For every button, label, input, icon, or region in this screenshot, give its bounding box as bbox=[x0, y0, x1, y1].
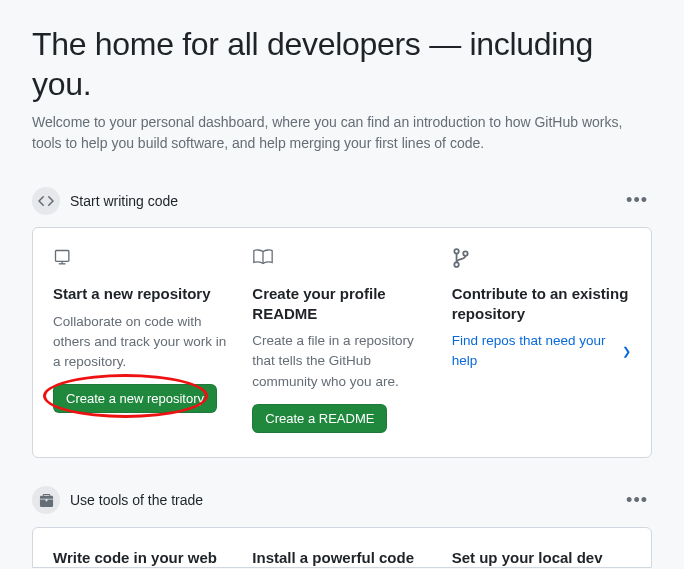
section-header-tools: Use tools of the trade ••• bbox=[32, 486, 652, 515]
section-header-code: Start writing code ••• bbox=[32, 186, 652, 215]
code-icon bbox=[32, 187, 60, 215]
link-text: Find repos that need your help bbox=[452, 331, 618, 372]
section-menu-button[interactable]: ••• bbox=[622, 486, 652, 515]
card-title: Write code in your web bbox=[53, 548, 232, 568]
card-local-dev: Set up your local dev bbox=[452, 548, 631, 568]
card-title: Create your profile README bbox=[252, 284, 431, 323]
card-desc: Collaborate on code with others and trac… bbox=[53, 312, 232, 373]
card-title: Contribute to an existing repository bbox=[452, 284, 631, 323]
svg-point-4 bbox=[454, 249, 458, 253]
repo-icon bbox=[53, 248, 232, 270]
create-repo-button[interactable]: Create a new repository bbox=[53, 384, 217, 413]
chevron-right-icon: ❯ bbox=[622, 343, 631, 360]
card-new-repo: Start a new repository Collaborate on co… bbox=[53, 248, 232, 433]
branch-icon bbox=[452, 248, 631, 270]
panel-tools: Write code in your web Install a powerfu… bbox=[32, 527, 652, 569]
card-contribute: Contribute to an existing repository Fin… bbox=[452, 248, 631, 433]
card-desc: Create a file in a repository that tells… bbox=[252, 331, 431, 392]
section-title: Use tools of the trade bbox=[70, 492, 203, 508]
page-title: The home for all developers — including … bbox=[32, 24, 652, 104]
svg-rect-0 bbox=[56, 251, 69, 262]
book-icon bbox=[252, 248, 431, 270]
section-menu-button[interactable]: ••• bbox=[622, 186, 652, 215]
svg-point-6 bbox=[463, 251, 467, 255]
svg-point-5 bbox=[454, 262, 458, 266]
card-readme: Create your profile README Create a file… bbox=[252, 248, 431, 433]
card-title: Install a powerful code bbox=[252, 548, 431, 568]
card-title: Set up your local dev bbox=[452, 548, 631, 568]
create-readme-button[interactable]: Create a README bbox=[252, 404, 387, 433]
card-install-code: Install a powerful code bbox=[252, 548, 431, 568]
page-subtitle: Welcome to your personal dashboard, wher… bbox=[32, 112, 652, 154]
section-title: Start writing code bbox=[70, 193, 178, 209]
card-web-code: Write code in your web bbox=[53, 548, 232, 568]
card-title: Start a new repository bbox=[53, 284, 232, 304]
panel-code: Start a new repository Collaborate on co… bbox=[32, 227, 652, 458]
tools-icon bbox=[32, 486, 60, 514]
find-repos-link[interactable]: Find repos that need your help ❯ bbox=[452, 331, 631, 372]
